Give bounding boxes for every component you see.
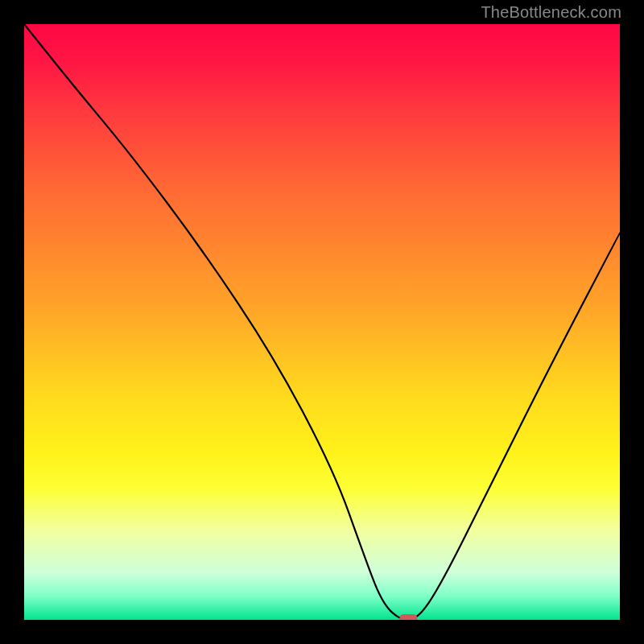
optimum-marker (399, 614, 417, 620)
plot-area (24, 24, 620, 620)
chart-frame: TheBottleneck.com (0, 0, 644, 644)
watermark-text: TheBottleneck.com (481, 3, 621, 22)
curve-svg (24, 24, 620, 620)
bottleneck-curve-path (24, 24, 620, 620)
